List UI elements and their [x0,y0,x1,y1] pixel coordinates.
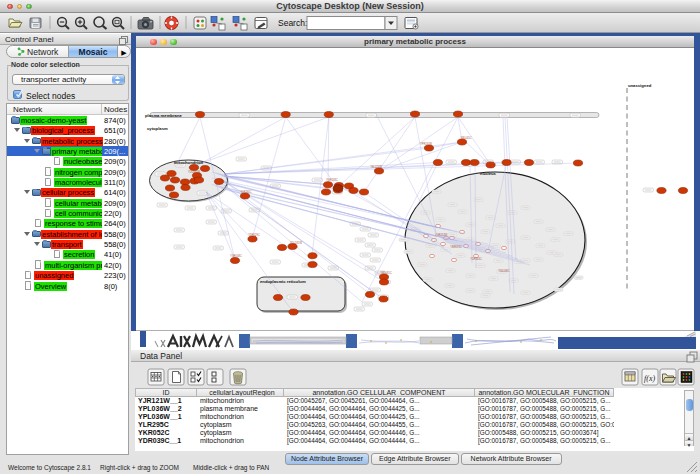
svg-text:endoplasmic reticulum: endoplasmic reticulum [260,279,306,284]
svg-text:nucleus: nucleus [480,171,496,176]
svg-text:YGL008C: YGL008C [498,269,510,273]
svg-text:YOR153W: YOR153W [435,233,448,237]
svg-text:YPR191W: YPR191W [420,142,433,146]
svg-text:cytoplasm: cytoplasm [147,126,168,131]
svg-text:plasma membrane: plasma membrane [145,113,182,118]
svg-text:Search:: Search: [278,18,307,28]
svg-text:f(x): f(x) [644,374,655,383]
svg-text:YDR343C: YDR343C [470,257,482,261]
svg-text:YML081C: YML081C [380,271,392,275]
svg-text:YDL181W: YDL181W [290,241,302,245]
svg-text:YBR093C: YBR093C [450,245,462,249]
svg-text:YDL085W: YDL085W [188,170,200,174]
svg-text:YGR008C: YGR008C [230,254,242,258]
svg-text:YBL045C: YBL045C [460,136,471,140]
svg-text:YEL024W: YEL024W [370,165,382,169]
svg-text:YGR183C: YGR183C [326,178,338,182]
svg-text:unassigned: unassigned [628,83,652,88]
svg-text:YDR529C: YDR529C [248,233,260,237]
svg-text:YLR295C: YLR295C [240,190,251,194]
svg-text:mitochondrion: mitochondrion [174,160,204,165]
